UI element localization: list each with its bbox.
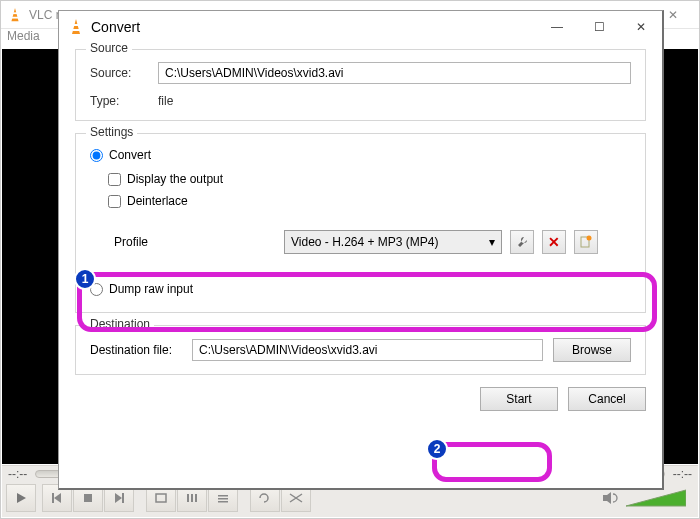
start-button[interactable]: Start	[480, 387, 558, 411]
profile-row: Profile Video - H.264 + MP3 (MP4) ▾ ✕	[108, 220, 631, 264]
svg-point-23	[587, 236, 592, 241]
x-icon: ✕	[548, 234, 560, 250]
speaker-icon[interactable]	[602, 490, 620, 506]
new-doc-icon	[579, 235, 593, 249]
edit-profile-button[interactable]	[510, 230, 534, 254]
svg-rect-5	[52, 493, 54, 503]
svg-marker-0	[11, 7, 18, 20]
dump-raw-radio[interactable]	[90, 283, 103, 296]
display-output-checkbox[interactable]	[108, 173, 121, 186]
svg-marker-19	[72, 19, 80, 34]
svg-rect-8	[122, 493, 124, 503]
svg-marker-7	[115, 493, 122, 503]
svg-rect-2	[12, 16, 18, 18]
deinterlace-checkbox[interactable]	[108, 195, 121, 208]
profile-select-value: Video - H.264 + MP3 (MP4)	[291, 235, 439, 249]
display-output-label: Display the output	[127, 172, 223, 186]
destination-group: Destination Destination file: Browse	[75, 325, 646, 375]
svg-rect-9	[156, 494, 166, 502]
svg-rect-11	[191, 494, 193, 502]
svg-rect-14	[218, 498, 228, 500]
dump-raw-label: Dump raw input	[109, 282, 193, 296]
time-total: --:--	[673, 467, 692, 481]
display-output-cb-row[interactable]: Display the output	[108, 172, 631, 186]
destination-label: Destination file:	[90, 343, 182, 357]
destination-legend: Destination	[86, 317, 154, 331]
source-group: Source Source: Type: file	[75, 49, 646, 121]
svg-rect-10	[187, 494, 189, 502]
dump-raw-radio-row[interactable]: Dump raw input	[90, 282, 631, 296]
settings-group: Settings Convert Display the output Dein…	[75, 133, 646, 313]
svg-rect-20	[73, 24, 79, 26]
source-label: Source:	[90, 66, 158, 80]
type-value: file	[158, 94, 173, 108]
dialog-titlebar[interactable]: Convert — ☐ ✕	[59, 11, 662, 43]
delete-profile-button[interactable]: ✕	[542, 230, 566, 254]
destination-input[interactable]	[192, 339, 543, 361]
svg-rect-13	[218, 495, 228, 497]
deinterlace-cb-row[interactable]: Deinterlace	[108, 194, 631, 208]
play-button[interactable]	[6, 484, 36, 512]
dialog-maximize-button[interactable]: ☐	[578, 11, 620, 43]
svg-rect-6	[84, 494, 92, 502]
svg-rect-1	[13, 12, 18, 14]
svg-marker-16	[603, 492, 611, 504]
convert-radio-row[interactable]: Convert	[90, 148, 631, 162]
wrench-icon	[515, 235, 529, 249]
profile-label: Profile	[114, 235, 284, 249]
convert-dialog: Convert — ☐ ✕ Source Source: Type: file …	[58, 10, 664, 490]
deinterlace-label: Deinterlace	[127, 194, 188, 208]
cancel-button[interactable]: Cancel	[568, 387, 646, 411]
svg-rect-21	[72, 29, 79, 31]
svg-marker-3	[17, 493, 26, 503]
convert-radio[interactable]	[90, 149, 103, 162]
profile-select[interactable]: Video - H.264 + MP3 (MP4) ▾	[284, 230, 502, 254]
browse-button[interactable]: Browse	[553, 338, 631, 362]
convert-radio-label: Convert	[109, 148, 151, 162]
chevron-down-icon: ▾	[489, 235, 495, 249]
time-elapsed: --:--	[8, 467, 27, 481]
menu-media[interactable]: Media	[7, 29, 40, 43]
svg-rect-15	[218, 501, 228, 503]
dialog-minimize-button[interactable]: —	[536, 11, 578, 43]
source-input[interactable]	[158, 62, 631, 84]
type-label: Type:	[90, 94, 158, 108]
dialog-close-button[interactable]: ✕	[620, 11, 662, 43]
settings-legend: Settings	[86, 125, 137, 139]
source-legend: Source	[86, 41, 132, 55]
svg-rect-12	[195, 494, 197, 502]
vlc-cone-icon	[7, 7, 23, 23]
svg-marker-4	[54, 493, 61, 503]
dialog-title: Convert	[91, 19, 140, 35]
vlc-cone-icon	[67, 18, 85, 36]
dialog-footer: Start Cancel	[59, 387, 662, 421]
new-profile-button[interactable]	[574, 230, 598, 254]
volume-slider[interactable]	[626, 488, 686, 508]
